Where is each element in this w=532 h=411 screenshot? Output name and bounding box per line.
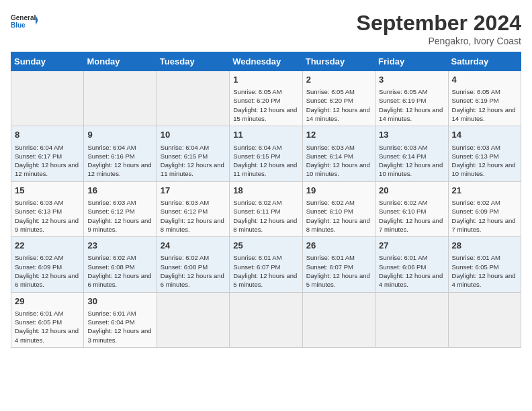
day-info: Sunrise: 6:02 AM Sunset: 6:09 PM Dayligh…	[452, 198, 517, 234]
column-header-thursday: Thursday	[302, 52, 375, 71]
calendar-cell: 8 Sunrise: 6:04 AM Sunset: 6:17 PM Dayli…	[11, 126, 84, 181]
week-row-4: 22 Sunrise: 6:02 AM Sunset: 6:09 PM Dayl…	[11, 237, 521, 292]
day-info: Sunrise: 6:02 AM Sunset: 6:10 PM Dayligh…	[306, 198, 371, 234]
day-number: 29	[15, 295, 80, 308]
title-block: September 2024 Pengakro, Ivory Coast	[357, 11, 521, 46]
week-row-3: 15 Sunrise: 6:03 AM Sunset: 6:13 PM Dayl…	[11, 181, 521, 236]
day-number: 25	[233, 240, 298, 252]
day-number: 21	[452, 185, 517, 197]
day-number: 8	[15, 129, 80, 141]
calendar-cell: 14 Sunrise: 6:03 AM Sunset: 6:13 PM Dayl…	[448, 126, 521, 181]
day-info: Sunrise: 6:05 AM Sunset: 6:20 PM Dayligh…	[233, 87, 298, 123]
calendar-cell	[448, 292, 521, 347]
day-number: 13	[379, 129, 444, 141]
day-number: 14	[452, 129, 517, 141]
day-info: Sunrise: 6:05 AM Sunset: 6:19 PM Dayligh…	[452, 87, 517, 123]
day-info: Sunrise: 6:02 AM Sunset: 6:10 PM Dayligh…	[379, 198, 444, 234]
calendar-cell: 12 Sunrise: 6:03 AM Sunset: 6:14 PM Dayl…	[302, 126, 375, 181]
calendar-cell	[230, 292, 302, 347]
calendar-cell: 30 Sunrise: 6:01 AM Sunset: 6:04 PM Dayl…	[84, 292, 157, 347]
day-number: 19	[306, 185, 371, 197]
day-info: Sunrise: 6:01 AM Sunset: 6:06 PM Dayligh…	[379, 253, 444, 289]
day-number: 22	[15, 240, 80, 252]
calendar-cell: 22 Sunrise: 6:02 AM Sunset: 6:09 PM Dayl…	[11, 237, 84, 292]
svg-text:Blue: Blue	[11, 21, 26, 29]
calendar-cell	[375, 292, 448, 347]
column-header-tuesday: Tuesday	[157, 52, 229, 71]
week-row-1: 1 Sunrise: 6:05 AM Sunset: 6:20 PM Dayli…	[11, 71, 521, 126]
column-header-friday: Friday	[375, 52, 448, 71]
day-number: 16	[87, 185, 152, 197]
calendar-cell: 29 Sunrise: 6:01 AM Sunset: 6:05 PM Dayl…	[11, 292, 84, 347]
day-info: Sunrise: 6:05 AM Sunset: 6:20 PM Dayligh…	[306, 87, 371, 123]
day-info: Sunrise: 6:03 AM Sunset: 6:13 PM Dayligh…	[15, 198, 80, 234]
calendar-cell: 15 Sunrise: 6:03 AM Sunset: 6:13 PM Dayl…	[11, 181, 84, 236]
day-info: Sunrise: 6:04 AM Sunset: 6:15 PM Dayligh…	[161, 143, 226, 179]
week-row-2: 8 Sunrise: 6:04 AM Sunset: 6:17 PM Dayli…	[11, 126, 521, 181]
day-info: Sunrise: 6:03 AM Sunset: 6:12 PM Dayligh…	[161, 198, 226, 234]
day-number: 4	[452, 74, 517, 86]
calendar-cell: 16 Sunrise: 6:03 AM Sunset: 6:12 PM Dayl…	[84, 181, 157, 236]
day-info: Sunrise: 6:02 AM Sunset: 6:09 PM Dayligh…	[15, 253, 80, 289]
column-header-wednesday: Wednesday	[230, 52, 302, 71]
day-info: Sunrise: 6:01 AM Sunset: 6:07 PM Dayligh…	[233, 253, 298, 289]
column-header-saturday: Saturday	[448, 52, 521, 71]
day-info: Sunrise: 6:02 AM Sunset: 6:08 PM Dayligh…	[87, 253, 152, 289]
location: Pengakro, Ivory Coast	[357, 36, 521, 46]
calendar-cell: 26 Sunrise: 6:01 AM Sunset: 6:07 PM Dayl…	[302, 237, 375, 292]
calendar-cell: 2 Sunrise: 6:05 AM Sunset: 6:20 PM Dayli…	[302, 71, 375, 126]
day-number: 18	[233, 185, 298, 197]
day-info: Sunrise: 6:03 AM Sunset: 6:13 PM Dayligh…	[452, 143, 517, 179]
column-header-monday: Monday	[84, 52, 157, 71]
day-number: 24	[161, 240, 226, 252]
day-info: Sunrise: 6:04 AM Sunset: 6:16 PM Dayligh…	[87, 143, 152, 179]
day-info: Sunrise: 6:04 AM Sunset: 6:17 PM Dayligh…	[15, 143, 80, 179]
calendar-cell: 27 Sunrise: 6:01 AM Sunset: 6:06 PM Dayl…	[375, 237, 448, 292]
calendar-cell: 9 Sunrise: 6:04 AM Sunset: 6:16 PM Dayli…	[84, 126, 157, 181]
calendar-cell: 13 Sunrise: 6:03 AM Sunset: 6:14 PM Dayl…	[375, 126, 448, 181]
calendar-cell	[157, 71, 229, 126]
column-header-sunday: Sunday	[11, 52, 84, 71]
svg-text:General: General	[11, 14, 36, 21]
calendar-cell: 1 Sunrise: 6:05 AM Sunset: 6:20 PM Dayli…	[230, 71, 302, 126]
calendar-cell: 19 Sunrise: 6:02 AM Sunset: 6:10 PM Dayl…	[302, 181, 375, 236]
logo-svg: General Blue	[11, 11, 38, 35]
day-number: 2	[306, 74, 371, 86]
day-number: 3	[379, 74, 444, 86]
svg-marker-2	[36, 15, 38, 25]
logo: General Blue	[11, 11, 38, 35]
calendar-cell: 25 Sunrise: 6:01 AM Sunset: 6:07 PM Dayl…	[230, 237, 302, 292]
day-info: Sunrise: 6:01 AM Sunset: 6:05 PM Dayligh…	[452, 253, 517, 289]
day-info: Sunrise: 6:03 AM Sunset: 6:14 PM Dayligh…	[306, 143, 371, 179]
calendar-cell	[157, 292, 229, 347]
calendar-cell: 21 Sunrise: 6:02 AM Sunset: 6:09 PM Dayl…	[448, 181, 521, 236]
day-number: 23	[87, 240, 152, 252]
day-info: Sunrise: 6:04 AM Sunset: 6:15 PM Dayligh…	[233, 143, 298, 179]
calendar-cell: 20 Sunrise: 6:02 AM Sunset: 6:10 PM Dayl…	[375, 181, 448, 236]
calendar-cell: 23 Sunrise: 6:02 AM Sunset: 6:08 PM Dayl…	[84, 237, 157, 292]
calendar-cell: 18 Sunrise: 6:02 AM Sunset: 6:11 PM Dayl…	[230, 181, 302, 236]
calendar-cell: 4 Sunrise: 6:05 AM Sunset: 6:19 PM Dayli…	[448, 71, 521, 126]
calendar-cell: 24 Sunrise: 6:02 AM Sunset: 6:08 PM Dayl…	[157, 237, 229, 292]
calendar-cell: 11 Sunrise: 6:04 AM Sunset: 6:15 PM Dayl…	[230, 126, 302, 181]
day-number: 11	[233, 129, 298, 141]
day-info: Sunrise: 6:05 AM Sunset: 6:19 PM Dayligh…	[379, 87, 444, 123]
calendar-cell: 17 Sunrise: 6:03 AM Sunset: 6:12 PM Dayl…	[157, 181, 229, 236]
day-info: Sunrise: 6:03 AM Sunset: 6:14 PM Dayligh…	[379, 143, 444, 179]
calendar-cell: 10 Sunrise: 6:04 AM Sunset: 6:15 PM Dayl…	[157, 126, 229, 181]
day-number: 12	[306, 129, 371, 141]
calendar-cell	[84, 71, 157, 126]
day-number: 17	[161, 185, 226, 197]
day-number: 15	[15, 185, 80, 197]
day-number: 26	[306, 240, 371, 252]
day-info: Sunrise: 6:01 AM Sunset: 6:05 PM Dayligh…	[15, 309, 80, 345]
day-number: 9	[87, 129, 152, 141]
calendar-cell	[11, 71, 84, 126]
day-info: Sunrise: 6:01 AM Sunset: 6:07 PM Dayligh…	[306, 253, 371, 289]
day-info: Sunrise: 6:01 AM Sunset: 6:04 PM Dayligh…	[87, 309, 152, 345]
calendar-table: SundayMondayTuesdayWednesdayThursdayFrid…	[11, 52, 521, 348]
calendar-cell	[302, 292, 375, 347]
day-number: 1	[233, 74, 298, 86]
week-row-5: 29 Sunrise: 6:01 AM Sunset: 6:05 PM Dayl…	[11, 292, 521, 347]
day-number: 27	[379, 240, 444, 252]
